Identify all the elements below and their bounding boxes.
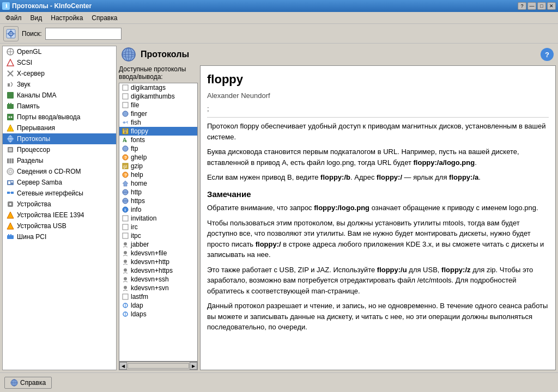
svg-rect-81 [123,294,128,299]
sidebar-label-pci: Шина PCI [17,233,46,241]
sidebar-item-sound[interactable]: Звук [3,79,116,90]
protocol-label-gzip: gzip [131,162,143,170]
close-btn[interactable]: ✕ [547,2,556,10]
protocol-item-ldaps[interactable]: ldaps [119,310,197,318]
protocol-label-kdevsvnsvn: kdevsvn+svn [131,284,169,292]
protocol-item-kdevsvn-file[interactable]: kdevsvn+file [119,249,197,258]
protocol-item-fonts[interactable]: Aa fonts [119,136,197,144]
svg-rect-14 [10,103,11,105]
protocol-item-jabber[interactable]: jabber [119,240,197,249]
protocol-item-lastfm[interactable]: lastfm [119,292,197,301]
protocol-item-digikamtags[interactable]: digikamtags [119,83,197,92]
protocol-label-https: https [131,197,145,205]
protocol-item-kdevsvn-ssh[interactable]: kdevsvn+ssh [119,275,197,284]
svg-text:a: a [125,139,127,143]
menu-help[interactable]: Справка [88,14,120,22]
protocol-label-info: info [131,206,141,213]
protocol-item-ftp[interactable]: ftp [119,144,197,153]
sidebar-item-memory[interactable]: Память [3,101,116,112]
protocol-label-kdevsvnhttp: kdevsvn+http [131,258,169,266]
protocol-item-https[interactable]: https [119,197,197,205]
sidebar-label-cpu: Процессор [17,146,50,154]
svg-point-16 [9,117,10,118]
help-window-btn[interactable]: ? [518,2,526,10]
sidebar: OpenGL SCSI Х-сервер Звук Каналы DMA [2,46,117,370]
protocol-item-info[interactable]: i info [119,205,197,214]
hscroll-left-btn[interactable]: ◀ [119,362,127,370]
protocol-label-ldap: ldap [131,302,143,309]
content-area[interactable]: floppy Alexander Neundorf ; Протокол flo… [200,65,556,370]
sidebar-item-scsi[interactable]: SCSI [3,57,116,68]
panel-globe-icon [121,47,136,62]
title-bar-buttons[interactable]: ? — □ ✕ [518,2,556,10]
protocol-item-http[interactable]: http [119,188,197,197]
sidebar-item-ports[interactable]: Порты ввода/вывода [3,112,116,122]
protocol-item-ghelp[interactable]: ? ghelp [119,153,197,162]
sidebar-label-ieee1394: Устройства IEEE 1394 [17,211,84,219]
fonts-icon: Aa [122,136,129,144]
sidebar-item-cdrom[interactable]: Сведения о CD-ROM [3,166,116,177]
sidebar-item-usb[interactable]: Устройства USB [3,220,116,231]
svg-marker-65 [123,181,128,186]
sidebar-item-protocols[interactable]: Протоколы [3,133,116,144]
protocols-icon [6,134,15,143]
protocol-item-finger[interactable]: finger [119,109,197,118]
help-btn-icon [10,379,18,387]
content-section-title: Замечание [207,188,549,201]
bottom-bar: Справка [0,372,558,392]
protocol-item-floppy[interactable]: floppy [119,127,197,136]
protocol-item-kdevsvn-https[interactable]: kdevsvn+https [119,266,197,275]
xserver-icon [6,69,15,78]
memory-icon [6,102,15,111]
fish-icon [122,119,129,126]
protocol-label-ghelp: ghelp [131,154,147,161]
protocol-item-fish[interactable]: fish [119,118,197,127]
minimize-btn[interactable]: — [527,2,536,10]
protocol-item-irc[interactable]: irc [119,223,197,231]
sound-icon [6,80,15,89]
sidebar-item-partitions[interactable]: Разделы [3,155,116,166]
protocol-item-file[interactable]: file [119,101,197,109]
title-bar: ℹ Протоколы - KInfoCenter ? — □ ✕ [0,0,558,12]
protocol-list-hscroll[interactable]: ◀ ▶ [119,362,198,370]
lastfm-icon [122,293,129,301]
menu-view[interactable]: Вид [27,14,46,22]
protocol-item-home[interactable]: home [119,179,197,188]
panel-help-icon[interactable]: ? [541,48,554,61]
protocol-item-ldap[interactable]: ldap [119,301,197,310]
sidebar-item-samba[interactable]: Сервер Samba [3,177,116,188]
sidebar-item-netinterfaces[interactable]: Сетевые интерфейсы [3,188,116,199]
protocol-item-help[interactable]: ? help [119,170,197,179]
protocol-item-invitation[interactable]: invitation [119,214,197,223]
content-author: Alexander Neundorf [207,90,549,101]
content-title: floppy [207,70,549,88]
sidebar-item-interrupts[interactable]: ! Прерывания [3,122,116,133]
protocol-item-itpc[interactable]: itpc [119,231,197,240]
hscroll-right-btn[interactable]: ▶ [190,362,197,370]
toolbar: Поиск: [0,24,558,44]
content-para-7: Это также работает с USB, ZIP и JAZ. Исп… [207,265,549,297]
maximize-btn[interactable]: □ [537,2,546,10]
sidebar-item-dma[interactable]: Каналы DMA [3,90,116,101]
protocol-list[interactable]: digikamtags digikamthumbs file [119,83,198,362]
sidebar-label-devices: Устройства [17,200,51,208]
sidebar-item-opengl[interactable]: OpenGL [3,46,116,57]
menu-file[interactable]: Файл [2,14,25,22]
nav-btn[interactable] [3,26,19,41]
menu-settings[interactable]: Настройка [47,14,86,22]
protocol-label-fish: fish [131,119,141,126]
sidebar-item-devices[interactable]: Устройства [3,199,116,210]
search-input[interactable] [45,28,122,40]
protocol-item-gzip[interactable]: gz gzip [119,162,197,170]
sidebar-item-cpu[interactable]: Процессор [3,144,116,155]
help-button[interactable]: Справка [4,377,52,389]
protocol-item-digikamthumbs[interactable]: digikamthumbs [119,92,197,101]
sidebar-item-ieee1394[interactable]: Устройства IEEE 1394 [3,210,116,220]
protocol-item-kdevsvn-svn[interactable]: kdevsvn+svn [119,284,197,292]
hscroll-track [128,363,189,369]
sidebar-item-xserver[interactable]: Х-сервер [3,68,116,79]
protocol-item-kdevsvn-http[interactable]: kdevsvn+http [119,258,197,266]
kdevsvnfile-icon [122,249,129,257]
home-icon [122,180,129,187]
sidebar-item-pci[interactable]: Шина PCI [3,231,116,242]
